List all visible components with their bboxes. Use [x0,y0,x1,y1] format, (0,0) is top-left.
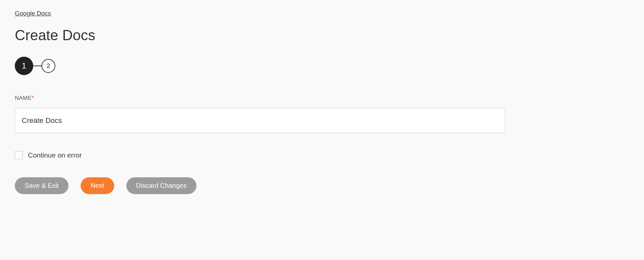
page-title: Create Docs [15,27,629,43]
discard-button[interactable]: Discard Changes [126,177,196,194]
step-1[interactable]: 1 [15,57,33,75]
required-marker: * [32,95,34,101]
stepper: 1 2 [15,57,629,75]
save-exit-button[interactable]: Save & Exit [15,177,68,194]
name-input[interactable] [15,108,505,133]
next-button[interactable]: Next [81,177,114,194]
step-2[interactable]: 2 [41,59,55,73]
continue-on-error-checkbox[interactable] [15,151,23,159]
step-connector [33,66,41,66]
button-row: Save & Exit Next Discard Changes [15,177,629,194]
name-label: NAME* [15,95,629,101]
name-label-text: NAME [15,95,32,101]
breadcrumb-link[interactable]: Google Docs [15,10,51,17]
continue-on-error-label: Continue on error [28,151,82,159]
